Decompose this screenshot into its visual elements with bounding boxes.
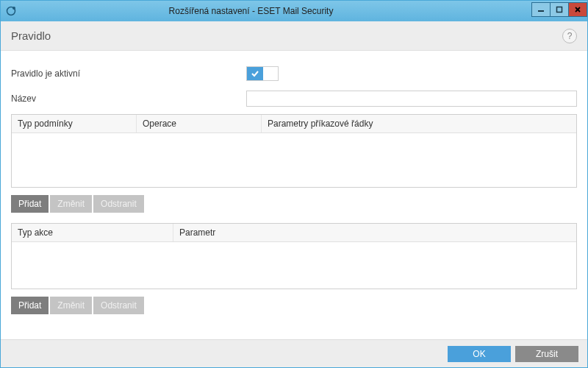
cancel-button[interactable]: Zrušit: [515, 346, 578, 362]
window-title: Rozšířená nastavení - ESET Mail Security: [21, 6, 532, 16]
col-cmdline-params[interactable]: Parametry příkazové řádky: [262, 115, 576, 132]
conditions-table-body[interactable]: [12, 133, 576, 187]
maximize-button[interactable]: [550, 2, 569, 17]
help-button[interactable]: ?: [562, 29, 577, 43]
col-operation[interactable]: Operace: [137, 115, 262, 132]
conditions-edit-button[interactable]: Změnit: [50, 195, 92, 213]
row-rule-active: Pravidlo je aktivní: [11, 64, 577, 83]
col-condition-type[interactable]: Typ podmínky: [12, 115, 137, 132]
col-action-type[interactable]: Typ akce: [12, 224, 173, 241]
svg-rect-3: [557, 7, 562, 13]
conditions-add-button[interactable]: Přidat: [11, 195, 49, 213]
col-parameter[interactable]: Parametr: [173, 224, 576, 241]
check-icon: [247, 67, 263, 80]
conditions-table-header: Typ podmínky Operace Parametry příkazové…: [12, 115, 576, 133]
svg-point-1: [12, 7, 15, 10]
actions-table-header: Typ akce Parametr: [12, 224, 576, 242]
ok-button[interactable]: OK: [448, 346, 511, 362]
label-rule-active: Pravidlo je aktivní: [11, 68, 246, 79]
content: Pravidlo je aktivní Název Typ podmínky O…: [1, 51, 587, 339]
app-icon: [5, 5, 17, 17]
conditions-button-row: Přidat Změnit Odstranit: [11, 195, 577, 213]
conditions-remove-button[interactable]: Odstranit: [93, 195, 144, 213]
toggle-rule-active[interactable]: [246, 66, 279, 81]
row-name: Název: [11, 89, 577, 108]
window-controls: [532, 2, 587, 17]
actions-add-button[interactable]: Přidat: [11, 297, 49, 314]
actions-table-body[interactable]: [12, 242, 576, 289]
window: Rozšířená nastavení - ESET Mail Security…: [0, 0, 588, 368]
section-title: Pravidlo: [11, 29, 51, 42]
conditions-table[interactable]: Typ podmínky Operace Parametry příkazové…: [11, 114, 577, 188]
minimize-button[interactable]: [531, 2, 551, 17]
section-header: Pravidlo ?: [1, 21, 587, 51]
actions-table[interactable]: Typ akce Parametr: [11, 223, 577, 289]
titlebar[interactable]: Rozšířená nastavení - ESET Mail Security: [1, 1, 587, 21]
footer: OK Zrušit: [1, 339, 587, 367]
close-button[interactable]: [568, 2, 587, 17]
actions-edit-button[interactable]: Změnit: [50, 297, 92, 314]
actions-button-row: Přidat Změnit Odstranit: [11, 297, 577, 314]
name-input[interactable]: [246, 91, 577, 107]
label-name: Název: [11, 93, 246, 104]
actions-remove-button[interactable]: Odstranit: [93, 297, 144, 314]
